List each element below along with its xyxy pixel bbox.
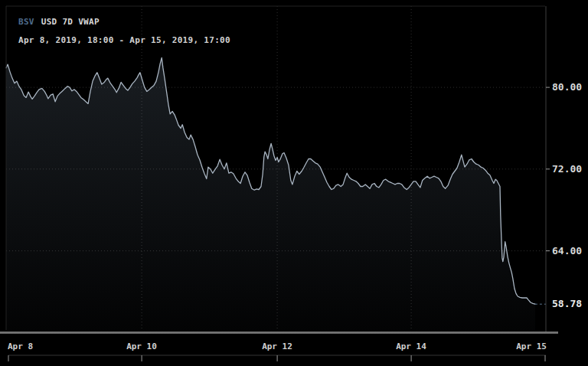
- title-rest: USD 7D VWAP: [41, 17, 100, 27]
- x-axis-label: Apr 15: [516, 341, 547, 351]
- price-chart[interactable]: [0, 0, 588, 366]
- y-axis-label: 80.00: [552, 81, 588, 93]
- chart-title: BSV USD 7D VWAP: [18, 17, 230, 27]
- chart-header: BSV USD 7D VWAP Apr 8, 2019, 18:00 - Apr…: [18, 17, 230, 45]
- date-range-label: Apr 8, 2019, 18:00 - Apr 15, 2019, 17:00: [18, 35, 230, 45]
- symbol-label[interactable]: BSV: [18, 17, 34, 27]
- x-axis-label: Apr 14: [396, 341, 426, 351]
- price-area-fill: [6, 57, 535, 330]
- time-scrollbar[interactable]: [0, 332, 558, 334]
- x-axis-label: Apr 12: [262, 341, 292, 351]
- chart-window: BSV USD 7D VWAP Apr 8, 2019, 18:00 - Apr…: [0, 0, 588, 366]
- y-axis-label: 72.00: [552, 163, 588, 175]
- x-axis-label: Apr 8: [8, 341, 33, 351]
- last-price-label: 58.78: [552, 298, 588, 309]
- y-axis-label: 64.00: [552, 245, 588, 257]
- x-axis-label: Apr 10: [126, 341, 157, 351]
